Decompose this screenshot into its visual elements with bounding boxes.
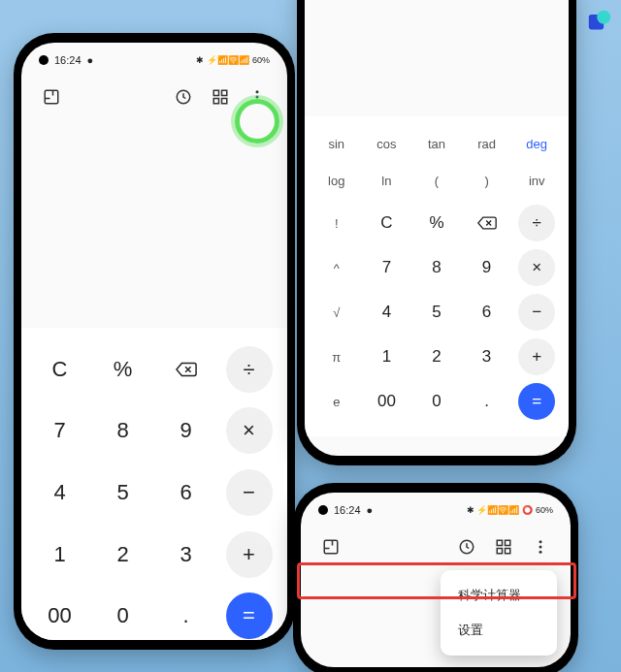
key-equals[interactable]: = — [226, 592, 273, 639]
unit-converter-icon[interactable] — [41, 86, 62, 108]
status-bar: 16:24 ● ✱ ⚡📶🛜📶 ⭕ 60% — [301, 493, 571, 528]
key-minus[interactable]: − — [518, 294, 555, 331]
svg-point-9 — [256, 96, 259, 99]
status-time: 16:24 — [334, 504, 361, 516]
key-plus[interactable]: + — [226, 531, 273, 578]
svg-rect-6 — [213, 99, 218, 104]
phone-menu-popup: 16:24 ● ✱ ⚡📶🛜📶 ⭕ 60% — [293, 483, 578, 672]
keypad-basic: C % ÷ 7 8 9 × 4 5 6 − 1 2 3 + 00 0 . = — [21, 328, 287, 640]
key-minus[interactable]: − — [226, 469, 273, 516]
key-decimal[interactable]: . — [463, 380, 511, 423]
key-e[interactable]: e — [312, 380, 361, 423]
camera-hole — [318, 505, 328, 515]
key-2[interactable]: 2 — [412, 336, 461, 378]
svg-rect-13 — [497, 540, 502, 545]
key-0[interactable]: 0 — [94, 588, 151, 640]
svg-rect-7 — [222, 99, 227, 104]
fn-cos[interactable]: cos — [363, 126, 411, 161]
key-clear[interactable]: C — [363, 202, 411, 244]
svg-rect-15 — [497, 549, 502, 554]
key-9[interactable]: 9 — [157, 403, 214, 460]
key-6[interactable]: 6 — [157, 464, 214, 521]
calculator-display — [305, 0, 569, 116]
key-7[interactable]: 7 — [363, 246, 411, 289]
svg-point-19 — [539, 551, 542, 554]
menu-item-settings[interactable]: 设置 — [441, 613, 557, 648]
key-1[interactable]: 1 — [363, 336, 411, 378]
status-battery: 60% — [252, 55, 270, 65]
status-indicators: ✱ ⚡📶🛜📶 — [196, 55, 249, 65]
fn-rparen[interactable]: ) — [463, 163, 511, 198]
key-multiply[interactable]: × — [226, 407, 273, 454]
key-percent[interactable]: % — [412, 202, 461, 244]
status-dot: ● — [87, 54, 94, 66]
key-decimal[interactable]: . — [157, 588, 214, 640]
fn-sin[interactable]: sin — [312, 126, 361, 161]
history-icon[interactable] — [173, 86, 194, 108]
svg-point-18 — [539, 546, 542, 549]
camera-hole — [39, 55, 49, 65]
fn-inv[interactable]: inv — [512, 163, 561, 198]
svg-rect-4 — [213, 90, 218, 95]
key-divide[interactable]: ÷ — [226, 346, 273, 393]
keypad-scientific: sin cos tan rad deg log ln ( ) inv ! C %… — [305, 116, 569, 436]
fn-rad[interactable]: rad — [463, 126, 511, 161]
key-1[interactable]: 1 — [31, 527, 88, 583]
key-00[interactable]: 00 — [363, 380, 411, 423]
key-4[interactable]: 4 — [31, 464, 88, 521]
more-menu-icon[interactable] — [530, 536, 551, 558]
key-backspace[interactable] — [463, 202, 511, 244]
key-3[interactable]: 3 — [157, 527, 214, 583]
svg-rect-14 — [506, 540, 510, 545]
key-clear[interactable]: C — [31, 341, 88, 398]
fn-lparen[interactable]: ( — [412, 163, 461, 198]
svg-point-17 — [539, 540, 542, 543]
svg-rect-16 — [506, 549, 510, 554]
phone-basic-calculator: 16:24 ● ✱ ⚡📶🛜📶 60% — [14, 33, 295, 650]
history-icon[interactable] — [456, 536, 477, 558]
key-0[interactable]: 0 — [412, 380, 461, 423]
svg-rect-5 — [222, 90, 227, 95]
key-equals[interactable]: = — [518, 383, 555, 420]
fn-deg[interactable]: deg — [512, 126, 561, 161]
key-8[interactable]: 8 — [94, 403, 151, 460]
status-time: 16:24 — [54, 54, 82, 66]
key-power[interactable]: ^ — [312, 246, 361, 289]
status-bar: 16:24 ● ✱ ⚡📶🛜📶 60% — [21, 43, 287, 78]
key-8[interactable]: 8 — [412, 246, 461, 289]
key-pi[interactable]: π — [312, 336, 361, 378]
menu-item-scientific[interactable]: 科学计算器 — [441, 578, 557, 613]
key-multiply[interactable]: × — [518, 249, 555, 286]
grid-icon[interactable] — [210, 86, 231, 108]
key-plus[interactable]: + — [518, 338, 555, 375]
key-4[interactable]: 4 — [363, 291, 411, 334]
grid-icon[interactable] — [493, 536, 514, 558]
key-factorial[interactable]: ! — [312, 202, 361, 244]
key-9[interactable]: 9 — [463, 246, 511, 289]
key-00[interactable]: 00 — [31, 588, 88, 640]
key-7[interactable]: 7 — [31, 403, 88, 460]
brand-logo — [586, 8, 613, 35]
key-3[interactable]: 3 — [463, 336, 511, 378]
key-sqrt[interactable]: √ — [312, 291, 361, 334]
calculator-display — [21, 116, 287, 328]
key-6[interactable]: 6 — [463, 291, 511, 334]
status-battery: 60% — [536, 505, 553, 515]
key-2[interactable]: 2 — [94, 527, 151, 583]
svg-point-1 — [597, 11, 610, 24]
key-5[interactable]: 5 — [412, 291, 461, 334]
status-indicators: ✱ ⚡📶🛜📶 ⭕ — [467, 505, 533, 515]
fn-tan[interactable]: tan — [412, 126, 461, 161]
key-divide[interactable]: ÷ — [518, 205, 555, 241]
key-5[interactable]: 5 — [94, 464, 151, 521]
toolbar — [21, 78, 287, 116]
fn-log[interactable]: log — [312, 163, 361, 198]
key-backspace[interactable] — [157, 341, 214, 398]
unit-converter-icon[interactable] — [320, 536, 342, 558]
more-menu-icon[interactable] — [246, 86, 268, 108]
svg-point-10 — [256, 101, 259, 104]
key-percent[interactable]: % — [94, 341, 151, 398]
svg-rect-2 — [45, 90, 58, 104]
fn-ln[interactable]: ln — [363, 163, 411, 198]
overflow-menu: 科学计算器 设置 — [441, 570, 557, 656]
